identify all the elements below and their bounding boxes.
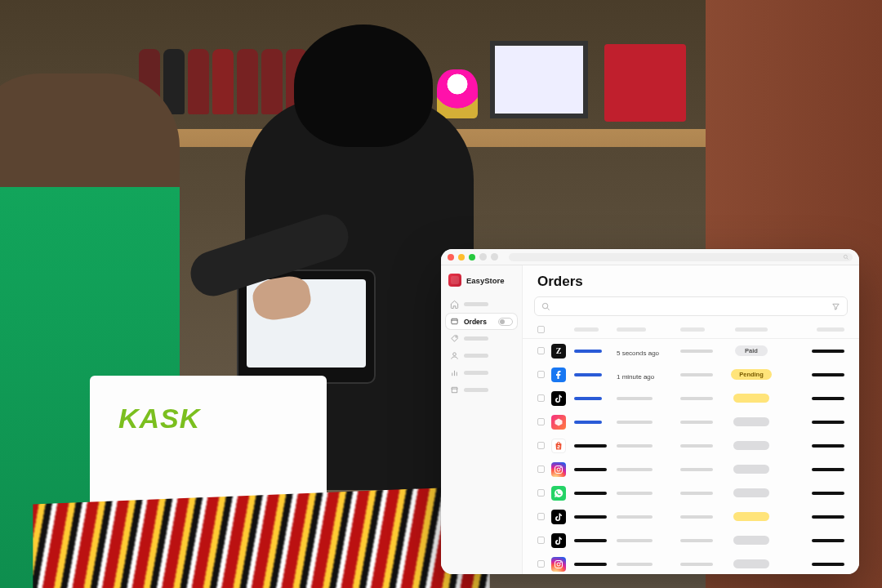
table-row[interactable] <box>523 386 859 410</box>
tiktok-icon <box>551 391 566 406</box>
placeholder <box>680 539 713 542</box>
row-checkbox[interactable] <box>537 418 545 425</box>
row-action[interactable] <box>812 421 844 424</box>
row-action[interactable] <box>812 373 844 376</box>
status-badge: Pending <box>731 369 772 380</box>
select-all-checkbox[interactable] <box>537 326 545 333</box>
row-action[interactable] <box>812 563 844 566</box>
row-action[interactable] <box>812 492 844 495</box>
table-row[interactable] <box>523 552 859 574</box>
user-icon <box>450 351 459 360</box>
status-badge <box>733 394 769 403</box>
placeholder <box>680 444 713 448</box>
table-row[interactable]: 5 seconds agoPaid <box>523 339 859 363</box>
order-link[interactable] <box>574 350 602 353</box>
lazada-icon <box>551 415 566 430</box>
order-link[interactable] <box>574 373 602 376</box>
sidebar-item-customers[interactable] <box>446 348 517 363</box>
table-row[interactable]: 1 minute agoPending <box>523 363 859 386</box>
search-bar[interactable] <box>534 296 848 316</box>
window-minimize-button[interactable] <box>458 254 465 261</box>
address-bar[interactable] <box>509 253 853 261</box>
brand[interactable]: EasyStore <box>446 274 517 287</box>
order-link[interactable] <box>574 421 602 424</box>
sidebar-item-orders[interactable]: Orders <box>446 314 517 329</box>
order-link[interactable] <box>574 563 607 566</box>
status-badge <box>733 441 769 450</box>
row-checkbox[interactable] <box>537 560 545 568</box>
order-time: 1 minute ago <box>617 373 654 381</box>
table-row[interactable] <box>523 457 859 481</box>
order-link[interactable] <box>574 515 607 519</box>
placeholder <box>617 563 653 566</box>
svg-point-4 <box>456 336 457 337</box>
filter-icon[interactable] <box>831 302 840 311</box>
sidebar-item-store[interactable] <box>446 382 517 398</box>
row-checkbox[interactable] <box>537 394 545 402</box>
order-time: 5 seconds ago <box>617 350 659 357</box>
browser-tab[interactable] <box>479 253 487 261</box>
orders-icon <box>450 317 459 326</box>
status-badge: Paid <box>735 345 768 356</box>
order-link[interactable] <box>574 444 607 448</box>
row-action[interactable] <box>812 515 844 519</box>
row-checkbox[interactable] <box>537 347 545 354</box>
placeholder <box>680 492 713 495</box>
svg-point-15 <box>557 563 560 566</box>
row-action[interactable] <box>812 468 844 471</box>
window-titlebar <box>441 249 859 265</box>
tag-icon <box>450 334 459 343</box>
window-zoom-button[interactable] <box>469 254 475 261</box>
row-checkbox[interactable] <box>537 371 545 378</box>
row-action[interactable] <box>812 350 844 353</box>
placeholder <box>680 563 713 566</box>
svg-line-10 <box>547 308 549 310</box>
placeholder <box>617 444 653 448</box>
search-input[interactable] <box>557 302 825 311</box>
table-row[interactable] <box>523 410 859 434</box>
row-checkbox[interactable] <box>537 537 545 544</box>
order-link[interactable] <box>574 397 602 400</box>
status-badge <box>733 488 769 497</box>
status-badge <box>733 536 769 545</box>
page-title: Orders <box>523 265 859 296</box>
order-link[interactable] <box>574 492 607 495</box>
status-badge <box>733 465 769 474</box>
brand-name: EasyStore <box>466 276 504 285</box>
svg-line-1 <box>847 258 849 260</box>
row-action[interactable] <box>812 444 844 448</box>
placeholder <box>617 515 653 519</box>
browser-tab[interactable] <box>491 253 498 261</box>
placeholder <box>617 421 653 424</box>
svg-point-13 <box>560 466 561 467</box>
sidebar-item-home[interactable] <box>446 296 517 312</box>
table-row[interactable] <box>523 481 859 505</box>
row-checkbox[interactable] <box>537 513 545 520</box>
table-row[interactable] <box>523 434 859 457</box>
order-link[interactable] <box>574 468 607 471</box>
table-row[interactable] <box>523 528 859 552</box>
app-window: EasyStore Orders <box>441 249 859 574</box>
row-action[interactable] <box>812 397 844 400</box>
tiktok-icon <box>551 510 566 524</box>
orders-toggle[interactable] <box>498 318 513 326</box>
row-checkbox[interactable] <box>537 442 545 449</box>
placeholder <box>680 350 713 353</box>
store-icon <box>450 385 459 394</box>
placeholder <box>680 468 713 471</box>
zalora-icon <box>551 344 566 359</box>
facebook-icon <box>551 368 566 382</box>
table-row[interactable] <box>523 505 859 528</box>
instagram-icon <box>551 462 566 477</box>
sidebar-item-products[interactable] <box>446 331 517 346</box>
nav-label-placeholder <box>464 354 488 358</box>
tiktok-icon <box>551 533 566 548</box>
row-checkbox[interactable] <box>537 466 545 473</box>
svg-point-0 <box>844 255 847 258</box>
order-link[interactable] <box>574 539 607 542</box>
row-checkbox[interactable] <box>537 489 545 497</box>
window-close-button[interactable] <box>448 254 454 261</box>
sidebar-item-analytics[interactable] <box>446 365 517 381</box>
brand-logo-icon <box>448 274 461 287</box>
row-action[interactable] <box>812 539 844 542</box>
